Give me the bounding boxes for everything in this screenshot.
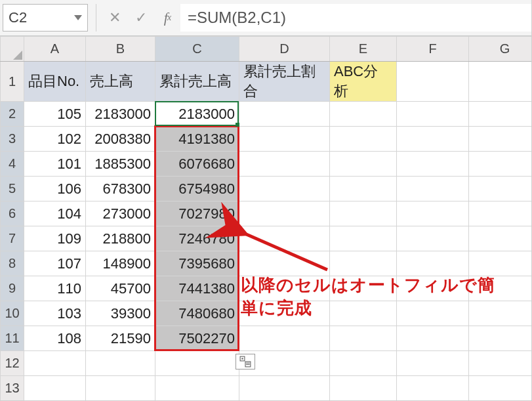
cell-A11[interactable]: 108 — [24, 326, 85, 350]
cell-C2[interactable]: 2183000 — [155, 102, 239, 126]
cell-F7[interactable] — [397, 226, 468, 251]
cell-B10[interactable]: 39300 — [86, 301, 155, 326]
cell-C5[interactable]: 6754980 — [155, 177, 239, 201]
cell-C11[interactable]: 7502270 — [155, 326, 239, 350]
cell-A12[interactable] — [24, 351, 85, 375]
cell-C3[interactable]: 4191380 — [155, 127, 239, 151]
formula-input[interactable]: =SUM(B2,C1) — [180, 4, 531, 32]
row-header-1[interactable]: 1 — [1, 62, 24, 102]
cell-D5[interactable] — [239, 177, 329, 201]
cell-G12[interactable] — [469, 351, 531, 375]
row-header-8[interactable]: 8 — [1, 251, 24, 276]
cell-F3[interactable] — [397, 127, 468, 151]
cell-B4[interactable]: 1885300 — [86, 152, 155, 176]
col-header-D[interactable]: D — [239, 37, 330, 62]
cell-D2[interactable] — [239, 102, 329, 126]
header-cell-A[interactable]: 品目No. — [24, 62, 85, 101]
cell-E6[interactable] — [330, 201, 396, 226]
cell-B5[interactable]: 678300 — [86, 177, 155, 201]
cell-C12[interactable] — [155, 351, 239, 375]
cell-F5[interactable] — [397, 177, 468, 201]
cell-C9[interactable]: 7441380 — [155, 276, 239, 301]
insert-function-icon[interactable]: fx — [154, 5, 180, 31]
cell-F2[interactable] — [397, 102, 468, 126]
cell-A9[interactable]: 110 — [24, 276, 85, 301]
row-header-2[interactable]: 2 — [1, 102, 24, 127]
cell-B12[interactable] — [86, 351, 155, 375]
row-header-11[interactable]: 11 — [1, 326, 24, 351]
cell-F12[interactable] — [397, 351, 468, 375]
cell-D3[interactable] — [239, 127, 329, 151]
select-all-corner[interactable] — [1, 37, 24, 62]
row-header-10[interactable]: 10 — [1, 301, 24, 326]
header-cell-E[interactable]: ABC分析 — [330, 62, 396, 101]
col-header-G[interactable]: G — [469, 37, 532, 62]
col-header-B[interactable]: B — [86, 37, 155, 62]
cell-C13[interactable] — [155, 376, 239, 400]
cell-B6[interactable]: 273000 — [86, 201, 155, 226]
cell-A7[interactable]: 109 — [24, 226, 85, 251]
col-header-F[interactable]: F — [397, 37, 469, 62]
cell-G11[interactable] — [469, 326, 531, 350]
cell-G5[interactable] — [469, 177, 531, 201]
col-header-C[interactable]: C — [155, 37, 239, 62]
cell-A5[interactable]: 106 — [24, 177, 85, 201]
cell-G1[interactable] — [469, 62, 532, 102]
cell-E11[interactable] — [330, 326, 396, 350]
cell-D4[interactable] — [239, 152, 329, 176]
header-cell-C[interactable]: 累計売上高 — [155, 62, 239, 101]
row-header-9[interactable]: 9 — [1, 276, 24, 301]
cell-A6[interactable]: 104 — [24, 201, 85, 226]
cell-F11[interactable] — [397, 326, 468, 350]
cell-F1[interactable] — [397, 62, 469, 102]
header-cell-D[interactable]: 累計売上割合 — [239, 62, 329, 101]
cell-C6[interactable]: 7027980 — [155, 201, 239, 226]
cell-G4[interactable] — [469, 152, 531, 176]
cell-A8[interactable]: 107 — [24, 251, 85, 276]
cell-E4[interactable] — [330, 152, 396, 176]
cell-C8[interactable]: 7395680 — [155, 251, 239, 276]
row-header-12[interactable]: 12 — [1, 351, 24, 376]
cell-B3[interactable]: 2008380 — [86, 127, 155, 151]
cell-A4[interactable]: 101 — [24, 152, 85, 176]
cell-D6[interactable] — [239, 201, 329, 226]
col-header-E[interactable]: E — [330, 37, 397, 62]
name-box-dropdown-icon[interactable] — [74, 15, 82, 20]
cell-G6[interactable] — [469, 201, 531, 226]
cell-G2[interactable] — [469, 102, 531, 126]
cell-E12[interactable] — [330, 351, 396, 375]
cell-B11[interactable]: 21590 — [86, 326, 155, 350]
cell-F8[interactable] — [397, 251, 468, 276]
cell-C7[interactable]: 7246780 — [155, 226, 239, 251]
cell-C4[interactable]: 6076680 — [155, 152, 239, 176]
cell-G13[interactable] — [469, 376, 531, 400]
cell-E3[interactable] — [330, 127, 396, 151]
cell-E5[interactable] — [330, 177, 396, 201]
cell-D13[interactable] — [239, 376, 329, 400]
cell-B13[interactable] — [86, 376, 155, 400]
cell-A13[interactable] — [24, 376, 85, 400]
cell-G3[interactable] — [469, 127, 531, 151]
name-box[interactable]: C2 — [3, 4, 88, 32]
cell-E2[interactable] — [330, 102, 396, 126]
header-cell-B[interactable]: 売上高 — [86, 62, 155, 101]
row-header-6[interactable]: 6 — [1, 201, 24, 226]
cell-F4[interactable] — [397, 152, 468, 176]
cell-D11[interactable] — [239, 326, 329, 350]
row-header-5[interactable]: 5 — [1, 177, 24, 201]
cell-F6[interactable] — [397, 201, 468, 226]
col-header-A[interactable]: A — [24, 37, 86, 62]
row-header-4[interactable]: 4 — [1, 152, 24, 177]
cell-A2[interactable]: 105 — [24, 102, 85, 126]
grid[interactable]: ABCDEFG1品目No.売上高累計売上高累計売上割合ABC分析21052183… — [0, 36, 531, 400]
cell-A3[interactable]: 102 — [24, 127, 85, 151]
cell-B7[interactable]: 218800 — [86, 226, 155, 251]
cell-G8[interactable] — [469, 251, 531, 276]
row-header-7[interactable]: 7 — [1, 226, 24, 251]
cell-F13[interactable] — [397, 376, 468, 400]
confirm-icon[interactable]: ✓ — [128, 5, 154, 31]
cell-B8[interactable]: 148900 — [86, 251, 155, 276]
cell-B2[interactable]: 2183000 — [86, 102, 155, 126]
cell-G7[interactable] — [469, 226, 531, 251]
cell-C10[interactable]: 7480680 — [155, 301, 239, 326]
